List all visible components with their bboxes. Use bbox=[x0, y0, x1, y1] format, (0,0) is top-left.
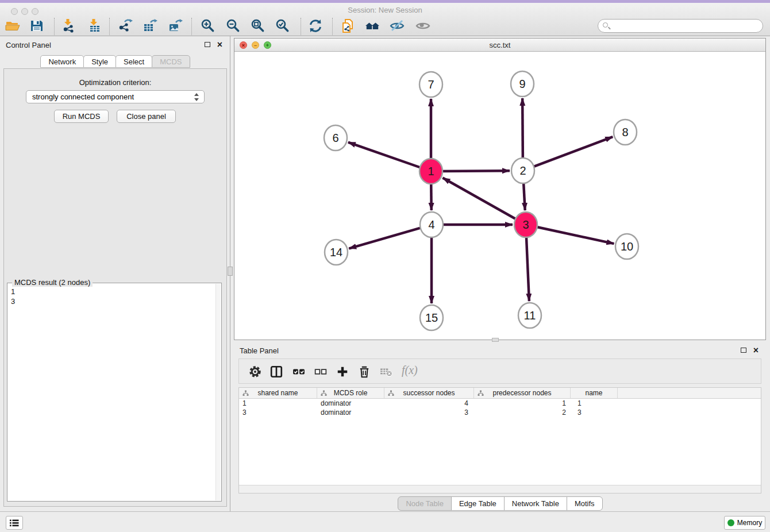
graph-edge-4-14[interactable] bbox=[349, 228, 421, 249]
close-panel-button[interactable]: Close panel bbox=[117, 110, 176, 123]
graph-edge-2-8[interactable] bbox=[533, 137, 613, 167]
table-settings-gear-icon[interactable] bbox=[249, 365, 261, 378]
network-graph[interactable]: 1234678910111415 bbox=[234, 52, 765, 340]
tab-network-table[interactable]: Network Table bbox=[504, 496, 567, 511]
tab-style[interactable]: Style bbox=[83, 55, 116, 68]
tab-edge-table[interactable]: Edge Table bbox=[451, 496, 505, 511]
column-header-MCDS-role[interactable]: MCDS role bbox=[317, 388, 384, 398]
graph-node-6[interactable]: 6 bbox=[324, 125, 347, 151]
criterion-value: strongly connected component bbox=[32, 92, 134, 101]
memory-button[interactable]: Memory bbox=[724, 516, 765, 530]
refresh-icon[interactable] bbox=[308, 18, 323, 33]
table-row[interactable]: 3dominator323 bbox=[239, 408, 761, 417]
task-history-list-button[interactable] bbox=[6, 516, 23, 530]
close-table-panel-icon[interactable]: × bbox=[753, 346, 759, 354]
search-box[interactable] bbox=[598, 19, 763, 33]
graph-node-8[interactable]: 8 bbox=[614, 119, 637, 145]
show-all-eye-icon[interactable] bbox=[415, 18, 430, 33]
hide-selected-eye-icon[interactable] bbox=[390, 18, 405, 33]
toolbar-separator bbox=[109, 18, 110, 35]
unselect-all-columns-icon[interactable] bbox=[314, 365, 327, 378]
network-canvas[interactable]: 1234678910111415 bbox=[234, 52, 765, 340]
graph-node-1[interactable]: 1 bbox=[419, 159, 442, 184]
show-columns-icon[interactable] bbox=[270, 365, 283, 378]
vertical-splitter-grip[interactable] bbox=[228, 267, 233, 276]
function-builder-icon[interactable]: f(x) bbox=[402, 364, 418, 377]
tab-node-table[interactable]: Node Table bbox=[398, 496, 452, 511]
save-session-icon[interactable] bbox=[29, 18, 44, 33]
network-view-window: × – + scc.txt 1234678910111415 bbox=[234, 38, 766, 340]
control-panel-header: Control Panel × bbox=[0, 36, 230, 53]
horizontal-splitter-grip[interactable] bbox=[492, 338, 499, 342]
column-header-label: shared name bbox=[257, 389, 298, 397]
column-header-label: predecessor nodes bbox=[492, 389, 551, 397]
graph-edge-2-3[interactable] bbox=[523, 182, 525, 210]
tab-select[interactable]: Select bbox=[116, 55, 152, 68]
graph-node-7[interactable]: 7 bbox=[419, 72, 442, 97]
control-panel: Control Panel × Network Style Select MCD… bbox=[0, 36, 230, 511]
graph-edge-1-6[interactable] bbox=[348, 142, 421, 168]
delete-table-icon[interactable] bbox=[380, 365, 392, 378]
list-icon bbox=[7, 517, 21, 529]
tab-motifs[interactable]: Motifs bbox=[567, 496, 603, 511]
delete-column-trash-icon[interactable] bbox=[358, 365, 371, 378]
graph-edge-1-4[interactable] bbox=[431, 183, 432, 210]
toolbar-separator bbox=[301, 18, 301, 35]
column-header-predecessor-nodes[interactable]: predecessor nodes bbox=[474, 388, 571, 398]
graph-edge-3-1[interactable] bbox=[442, 178, 517, 219]
graph-node-9[interactable]: 9 bbox=[511, 71, 534, 97]
table-cell: 3 bbox=[571, 408, 618, 417]
fit-content-icon[interactable] bbox=[251, 18, 265, 33]
graph-node-10[interactable]: 10 bbox=[615, 234, 638, 259]
table-panel-title: Table Panel bbox=[240, 346, 279, 355]
table-row[interactable]: 1dominator411 bbox=[239, 399, 761, 408]
float-panel-icon[interactable] bbox=[205, 42, 210, 47]
graph-node-label: 9 bbox=[519, 78, 525, 90]
graph-edge-3-10[interactable] bbox=[536, 227, 614, 244]
graph-node-11[interactable]: 11 bbox=[518, 303, 541, 328]
graph-node-15[interactable]: 15 bbox=[420, 305, 443, 330]
tab-mcds[interactable]: MCDS bbox=[152, 55, 190, 68]
mcds-result-line: 3 bbox=[11, 296, 214, 306]
zoom-selected-icon[interactable] bbox=[275, 18, 290, 33]
duplicate-network-icon[interactable] bbox=[340, 18, 355, 33]
home-icon[interactable] bbox=[365, 18, 380, 33]
graph-node-3[interactable]: 3 bbox=[514, 212, 537, 237]
table-cell: 1 bbox=[474, 399, 571, 408]
select-all-columns-icon[interactable] bbox=[292, 365, 305, 378]
import-network-icon[interactable] bbox=[61, 18, 76, 33]
criterion-dropdown[interactable]: strongly connected component bbox=[26, 90, 205, 103]
run-mcds-button[interactable]: Run MCDS bbox=[54, 110, 109, 123]
export-image-icon[interactable] bbox=[168, 18, 183, 33]
mcds-panel: Optimization criterion: strongly connect… bbox=[3, 68, 227, 507]
column-header-successor-nodes[interactable]: successor nodes bbox=[384, 388, 474, 398]
graph-edge-2-9[interactable] bbox=[522, 98, 523, 159]
graph-node-label: 1 bbox=[428, 165, 434, 178]
create-column-plus-icon[interactable] bbox=[336, 365, 349, 378]
table-cell: 2 bbox=[474, 408, 571, 417]
toolbar-separator bbox=[191, 18, 192, 35]
graph-edge-3-11[interactable] bbox=[526, 236, 529, 301]
graph-node-label: 11 bbox=[524, 309, 536, 322]
column-header-shared-name[interactable]: shared name bbox=[239, 388, 317, 398]
graph-node-4[interactable]: 4 bbox=[420, 212, 443, 237]
graph-edge-1-2[interactable] bbox=[441, 171, 510, 171]
close-panel-icon[interactable]: × bbox=[217, 41, 222, 49]
export-table-icon[interactable] bbox=[143, 18, 157, 33]
scrollbar[interactable] bbox=[215, 284, 221, 500]
optimization-criterion-label: Optimization criterion: bbox=[4, 78, 226, 87]
graph-node-2[interactable]: 2 bbox=[511, 158, 534, 183]
export-network-icon[interactable] bbox=[118, 18, 133, 33]
zoom-in-icon[interactable] bbox=[201, 18, 215, 33]
zoom-out-icon[interactable] bbox=[226, 18, 241, 33]
open-session-icon[interactable] bbox=[5, 18, 20, 33]
import-table-icon[interactable] bbox=[87, 18, 102, 33]
network-window-titlebar: × – + scc.txt bbox=[234, 38, 765, 52]
float-table-panel-icon[interactable] bbox=[741, 348, 746, 353]
mcds-result-list[interactable]: 1 3 bbox=[9, 287, 214, 500]
table-horizontal-scrollbar[interactable] bbox=[239, 485, 761, 493]
search-input[interactable] bbox=[613, 20, 760, 32]
column-header-name[interactable]: name bbox=[571, 388, 618, 398]
tab-network[interactable]: Network bbox=[40, 55, 84, 68]
graph-node-14[interactable]: 14 bbox=[325, 240, 348, 265]
